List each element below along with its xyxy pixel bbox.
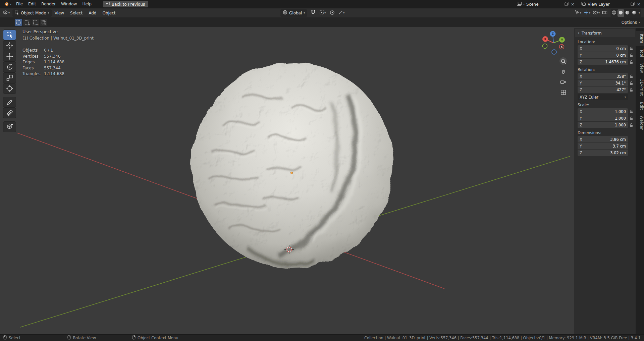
tool-move[interactable] <box>3 51 16 61</box>
location-x-field[interactable]: X0 cm <box>578 45 628 52</box>
location-z-field[interactable]: Z1.4676 cm <box>578 59 628 65</box>
view-layer-name[interactable]: View Layer <box>588 2 629 7</box>
mode-dropdown[interactable]: Object Mode ▾ <box>12 9 52 17</box>
back-to-previous-button[interactable]: Back to Previous <box>103 1 149 7</box>
view-name: User Perspective <box>22 29 94 34</box>
lock-icon[interactable] <box>628 116 634 120</box>
menu-help[interactable]: Help <box>79 0 94 8</box>
shading-wireframe-button[interactable] <box>611 9 618 17</box>
lock-icon[interactable] <box>628 123 634 127</box>
dimensions-y-field[interactable]: Y3.7 cm <box>578 143 628 149</box>
zoom-button[interactable] <box>559 57 567 65</box>
select-mode-subtract-button[interactable]: − <box>32 19 39 26</box>
dimensions-x-field[interactable]: X3.86 cm <box>578 136 628 143</box>
tab-welder[interactable]: Welder <box>636 113 644 132</box>
rotation-y-field[interactable]: Y34.1° <box>578 80 628 86</box>
tab-edit[interactable]: Edit <box>636 99 644 113</box>
show-overlays-dropdown[interactable]: ▾ <box>592 9 600 17</box>
new-scene-icon[interactable] <box>565 2 569 7</box>
tool-measure[interactable] <box>3 108 16 118</box>
lock-icon[interactable] <box>628 74 634 78</box>
svg-text:Y: Y <box>560 38 563 42</box>
lock-icon[interactable] <box>628 47 634 51</box>
snap-settings-dropdown[interactable]: ▾ <box>319 9 326 17</box>
editor-type-button[interactable]: ▾ <box>2 9 10 17</box>
options-dropdown[interactable]: Options ▾ <box>622 20 640 25</box>
remove-view-layer-icon[interactable]: × <box>636 2 641 7</box>
rotation-x-field[interactable]: X358° <box>578 73 628 79</box>
pan-hand-button[interactable] <box>559 68 567 75</box>
scene-selector[interactable]: ▾ Scene × <box>514 0 578 8</box>
stat-value: 557,344 <box>44 65 61 71</box>
object-mode-icon <box>15 10 19 16</box>
dimensions-z-field[interactable]: Z3.02 cm <box>578 150 628 156</box>
gizmo-y-negative[interactable] <box>543 44 547 49</box>
menu-add[interactable]: Add <box>86 8 99 18</box>
gizmo-z-negative[interactable] <box>552 50 556 54</box>
stat-value: 1,114,688 <box>44 59 64 65</box>
object-visibility-dropdown[interactable]: ▾ <box>574 9 582 17</box>
tab-3d-print[interactable]: 3D-Print <box>636 76 644 99</box>
menu-select[interactable]: Select <box>67 8 86 18</box>
proportional-editing-toggle[interactable] <box>329 9 335 17</box>
select-mode-set-button[interactable] <box>15 19 22 26</box>
orientation-dropdown[interactable]: Global ▾ <box>280 9 307 17</box>
lock-icon[interactable] <box>628 110 634 114</box>
select-mode-intersect-button[interactable] <box>40 19 47 26</box>
topbar: ▾ File Edit Render Window Help Back to P… <box>0 0 644 8</box>
viewport-3d[interactable]: User Perspective (1) Collection | Walnut… <box>0 27 644 334</box>
shading-material-button[interactable] <box>624 9 631 17</box>
menu-edit[interactable]: Edit <box>25 0 39 8</box>
tool-transform[interactable] <box>3 83 16 94</box>
topbar-right: ▾ Scene × View Layer × <box>514 0 644 8</box>
menu-file[interactable]: File <box>13 0 25 8</box>
xray-toggle[interactable] <box>601 9 608 17</box>
lock-icon[interactable] <box>628 88 634 92</box>
lock-icon[interactable] <box>628 60 634 64</box>
hint-label: Object Context Menu <box>138 336 178 340</box>
back-icon <box>105 2 110 7</box>
tab-item[interactable]: Item <box>636 31 644 46</box>
menu-view[interactable]: View <box>52 8 67 18</box>
world-axis-lines <box>0 27 644 334</box>
lock-icon[interactable] <box>628 81 634 85</box>
tool-rotate[interactable] <box>3 62 16 72</box>
show-gizmos-dropdown[interactable]: ▾ <box>583 9 591 17</box>
blender-menu-button[interactable]: ▾ <box>0 0 13 8</box>
toolbar-separator <box>3 94 16 97</box>
scene-name[interactable]: Scene <box>526 2 563 7</box>
walnut-3d-model[interactable] <box>181 57 402 279</box>
menu-object[interactable]: Object <box>99 8 118 18</box>
scale-z-field[interactable]: Z1.000 <box>578 122 628 128</box>
tool-annotate[interactable] <box>3 97 16 107</box>
scale-x-field[interactable]: X1.000 <box>578 108 628 115</box>
snap-toggle[interactable] <box>310 9 316 17</box>
tool-scale[interactable] <box>3 73 16 83</box>
tool-select-box[interactable] <box>3 30 16 40</box>
location-y-field[interactable]: Y0 cm <box>578 52 628 58</box>
rotation-z-field[interactable]: Z427° <box>578 87 628 93</box>
tab-tool[interactable]: Tool <box>636 47 644 60</box>
ortho-grid-button[interactable] <box>559 89 567 96</box>
select-mode-extend-button[interactable]: + <box>23 19 31 26</box>
hint-rotate-view: Rotate View <box>67 335 96 341</box>
proportional-falloff-dropdown[interactable]: ▾ <box>338 9 345 17</box>
menu-render[interactable]: Render <box>39 0 58 8</box>
magnet-icon <box>311 10 316 16</box>
shading-solid-button[interactable] <box>618 9 624 17</box>
lock-icon[interactable] <box>628 53 634 57</box>
object-origin-point[interactable] <box>290 172 293 174</box>
tool-cursor[interactable] <box>3 41 16 51</box>
tool-add-cube[interactable] <box>3 122 16 132</box>
camera-view-button[interactable] <box>559 78 567 86</box>
scale-y-field[interactable]: Y1.000 <box>578 115 628 121</box>
tab-view[interactable]: View <box>636 61 644 76</box>
view-layer-selector[interactable]: View Layer × <box>578 0 644 8</box>
unlink-scene-icon[interactable]: × <box>570 2 575 7</box>
shading-rendered-button[interactable] <box>631 9 638 17</box>
menu-window[interactable]: Window <box>58 0 79 8</box>
new-view-layer-icon[interactable] <box>631 2 635 7</box>
transform-panel-header[interactable]: ▾ Transform <box>575 29 635 37</box>
rotation-mode-dropdown[interactable]: XYZ Euler▾ <box>578 94 628 100</box>
navigation-gizmo[interactable]: Z X Y X <box>538 27 569 58</box>
